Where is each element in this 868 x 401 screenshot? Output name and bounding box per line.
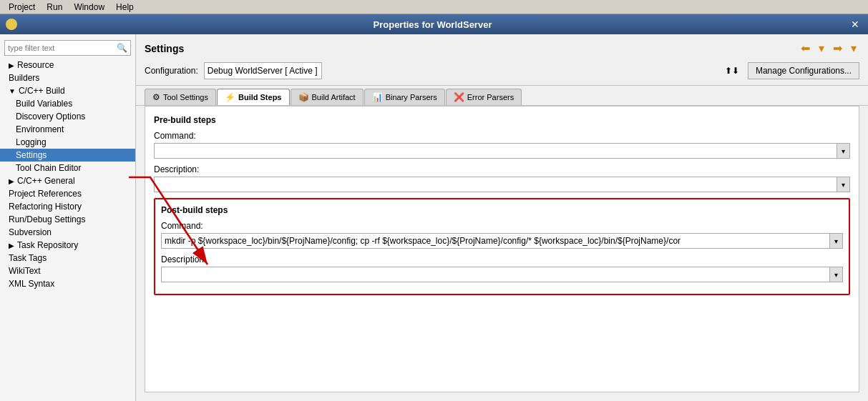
sidebar-item-label: Refactoring History bbox=[9, 202, 82, 212]
sidebar-item-discovery-options[interactable]: Discovery Options bbox=[0, 110, 135, 123]
main-panel: Settings ⬅ ▾ ➡ ▾ Configuration: Debug Wo… bbox=[136, 34, 868, 401]
sidebar-item-label: Discovery Options bbox=[16, 112, 85, 122]
sidebar-item-label: Project References bbox=[9, 189, 82, 199]
tab-tool-settings[interactable]: ⚙ Tool Settings bbox=[145, 89, 216, 105]
filter-input[interactable] bbox=[8, 44, 117, 52]
tab-label: Build Artifact bbox=[312, 93, 356, 102]
pre-build-section: Pre-build steps Command: ▾ Description: bbox=[154, 115, 850, 192]
dropdown-button[interactable]: ▾ bbox=[816, 40, 827, 56]
sidebar-item-environment[interactable]: Environment bbox=[0, 123, 135, 136]
sidebar-item-wikitext[interactable]: WikiText bbox=[0, 264, 135, 277]
post-build-description-row: Description: ▾ bbox=[161, 254, 843, 282]
tab-label: Binary Parsers bbox=[386, 93, 437, 102]
sidebar-item-label: WikiText bbox=[9, 266, 41, 276]
menu-window[interactable]: Window bbox=[68, 1, 110, 14]
expand-icon: ▼ bbox=[9, 87, 16, 95]
pre-build-command-input[interactable] bbox=[155, 146, 837, 156]
config-label: Configuration: bbox=[145, 66, 198, 76]
post-build-command-row: Command: ▾ bbox=[161, 221, 843, 249]
filter-icon: 🔍 bbox=[117, 43, 127, 53]
sidebar-item-builders[interactable]: Builders bbox=[0, 71, 135, 84]
sidebar-item-settings[interactable]: Settings bbox=[0, 149, 135, 162]
pre-build-description-dropdown[interactable]: ▾ bbox=[837, 177, 849, 192]
sidebar-item-xml-syntax[interactable]: XML Syntax bbox=[0, 277, 135, 290]
pre-build-description-row: Description: ▾ bbox=[154, 164, 850, 192]
sidebar-item-refactoring-history[interactable]: Refactoring History bbox=[0, 200, 135, 213]
pre-build-command-row: Command: ▾ bbox=[154, 131, 850, 159]
window-title: Properties for WorldServer bbox=[17, 19, 848, 30]
sidebar-item-label: Task Tags bbox=[9, 253, 47, 263]
sidebar-item-tool-chain-editor[interactable]: Tool Chain Editor bbox=[0, 162, 135, 174]
close-button[interactable]: ✕ bbox=[848, 19, 862, 30]
menu-project[interactable]: Project bbox=[3, 1, 41, 14]
pre-build-description-label: Description: bbox=[154, 164, 850, 174]
sidebar-item-resource[interactable]: ▶ Resource bbox=[0, 59, 135, 71]
manage-configurations-button[interactable]: Manage Configurations... bbox=[748, 62, 859, 79]
tab-build-artifact[interactable]: 📦 Build Artifact bbox=[291, 89, 364, 105]
sidebar-item-label: Logging bbox=[16, 137, 47, 147]
sidebar-item-label: Task Repository bbox=[17, 240, 78, 250]
post-build-command-label: Command: bbox=[161, 221, 843, 231]
sidebar-item-label: Builders bbox=[9, 73, 39, 83]
sidebar-item-cpp-build[interactable]: ▼ C/C++ Build bbox=[0, 84, 135, 97]
sidebar-item-label: Settings bbox=[16, 150, 47, 160]
post-build-command-dropdown[interactable]: ▾ bbox=[829, 234, 842, 248]
app-icon bbox=[6, 19, 17, 30]
sidebar-item-logging[interactable]: Logging bbox=[0, 136, 135, 149]
menu-help[interactable]: Help bbox=[110, 1, 140, 14]
tab-binary-parsers[interactable]: 📊 Binary Parsers bbox=[364, 89, 445, 105]
sidebar-item-label: Resource bbox=[17, 60, 54, 70]
config-select-wrap: Debug WorldServer [ Active ] ⬆⬇ bbox=[204, 62, 742, 79]
settings-nav: ⬅ ▾ ➡ ▾ bbox=[798, 40, 859, 56]
tab-error-parsers[interactable]: ❌ Error Parsers bbox=[446, 89, 522, 105]
post-build-command-input-wrap: ▾ bbox=[161, 233, 843, 249]
sidebar-item-label: Run/Debug Settings bbox=[9, 214, 85, 224]
build-artifact-icon: 📦 bbox=[298, 92, 309, 102]
sidebar-item-run-debug[interactable]: Run/Debug Settings bbox=[0, 213, 135, 226]
configuration-row: Configuration: Debug WorldServer [ Activ… bbox=[136, 59, 868, 86]
sidebar-item-task-repository[interactable]: ▶ Task Repository bbox=[0, 239, 135, 252]
tab-build-steps[interactable]: ⚡ Build Steps bbox=[217, 89, 290, 105]
tab-label: Build Steps bbox=[238, 93, 282, 102]
sidebar-item-build-variables[interactable]: Build Variables bbox=[0, 97, 135, 110]
titlebar: Properties for WorldServer ✕ bbox=[0, 14, 868, 34]
settings-title: Settings bbox=[145, 43, 184, 54]
sidebar-item-label: Subversion bbox=[9, 227, 52, 237]
sidebar-item-label: C/C++ General bbox=[17, 176, 75, 186]
sidebar-item-project-references[interactable]: Project References bbox=[0, 187, 135, 200]
sidebar-item-cpp-general[interactable]: ▶ C/C++ General bbox=[0, 174, 135, 187]
sidebar-item-subversion[interactable]: Subversion bbox=[0, 226, 135, 239]
pre-build-command-dropdown[interactable]: ▾ bbox=[837, 144, 849, 158]
filter-box: 🔍 bbox=[4, 40, 131, 56]
post-build-command-input[interactable] bbox=[162, 236, 829, 246]
tab-label: Error Parsers bbox=[467, 93, 514, 102]
tabs-bar: ⚙ Tool Settings ⚡ Build Steps 📦 Build Ar… bbox=[136, 86, 868, 106]
pre-build-title: Pre-build steps bbox=[154, 115, 850, 125]
post-build-description-label: Description: bbox=[161, 254, 843, 264]
nav-dropdown-button[interactable]: ▾ bbox=[848, 40, 859, 56]
sidebar-item-label: Tool Chain Editor bbox=[16, 163, 81, 173]
error-parsers-icon: ❌ bbox=[454, 92, 464, 102]
pre-build-description-input-wrap: ▾ bbox=[154, 177, 850, 192]
sidebar-item-label: C/C++ Build bbox=[19, 86, 65, 96]
pre-build-command-label: Command: bbox=[154, 131, 850, 141]
pre-build-description-input[interactable] bbox=[155, 179, 837, 189]
expand-icon: ▶ bbox=[9, 242, 14, 249]
expand-icon: ▶ bbox=[9, 61, 14, 69]
post-build-section: Post-build steps Command: ▾ Description: bbox=[154, 198, 850, 295]
build-steps-icon: ⚡ bbox=[225, 92, 235, 102]
forward-button[interactable]: ➡ bbox=[830, 40, 845, 56]
tab-label: Tool Settings bbox=[163, 93, 208, 102]
binary-parsers-icon: 📊 bbox=[372, 92, 383, 102]
post-build-description-dropdown[interactable]: ▾ bbox=[829, 267, 842, 282]
post-build-description-input[interactable] bbox=[162, 269, 829, 279]
config-select[interactable]: Debug WorldServer [ Active ] bbox=[204, 62, 322, 79]
sidebar-item-label: Build Variables bbox=[16, 99, 72, 109]
settings-header: Settings ⬅ ▾ ➡ ▾ bbox=[136, 34, 868, 59]
sidebar-item-task-tags[interactable]: Task Tags bbox=[0, 252, 135, 264]
sidebar-item-label: Environment bbox=[16, 124, 64, 134]
back-button[interactable]: ⬅ bbox=[798, 40, 813, 56]
menu-run[interactable]: Run bbox=[41, 1, 68, 14]
sidebar: 🔍 ▶ Resource Builders ▼ C/C++ Build Buil… bbox=[0, 34, 136, 401]
main-window: 🔍 ▶ Resource Builders ▼ C/C++ Build Buil… bbox=[0, 34, 868, 401]
